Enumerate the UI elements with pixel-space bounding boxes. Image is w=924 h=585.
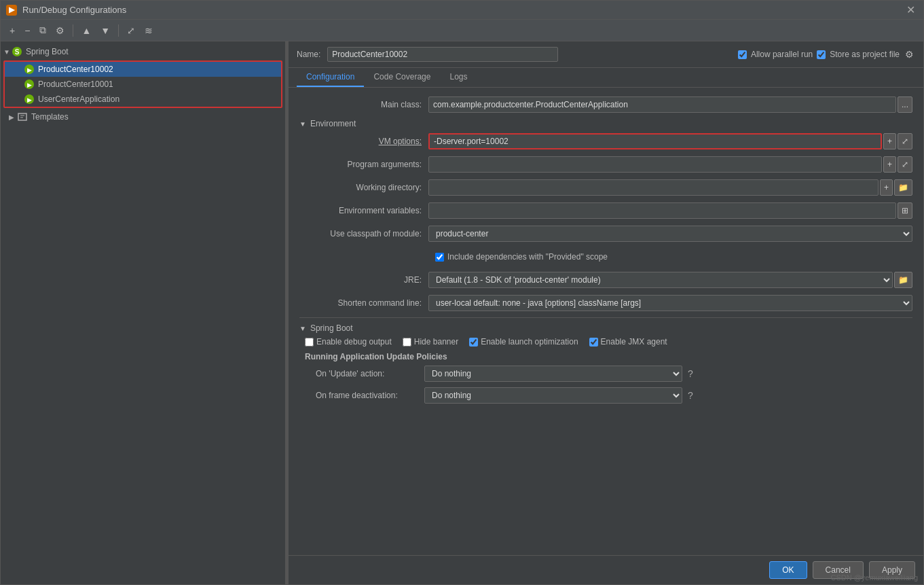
working-dir-label: Working directory: — [299, 183, 428, 192]
spring-boot-items-group: ▶ ProductCenter10002 ▶ ProductCenter1000… — [3, 60, 282, 108]
config-icon-0: ▶ — [24, 64, 35, 75]
settings-config-button[interactable]: ⚙ — [52, 24, 68, 37]
templates-label: Templates — [31, 112, 69, 122]
enable-launch-checkbox[interactable] — [469, 338, 478, 347]
toolbar-sep-2 — [118, 24, 119, 37]
remove-config-button[interactable]: − — [21, 24, 33, 37]
on-update-row: On 'Update' action: Do nothing ? — [299, 366, 912, 382]
environment-section-header[interactable]: ▼ Environment — [299, 119, 912, 128]
spring-boot-checkboxes: Enable debug output Hide banner Enable l… — [299, 337, 912, 347]
main-class-input[interactable] — [428, 96, 896, 113]
right-panel: Name: Allow parallel run Store as projec… — [289, 41, 923, 584]
config-label-2: UserCenterApplication — [38, 94, 119, 104]
env-vars-input[interactable] — [428, 202, 896, 219]
jre-browse-button[interactable]: 📁 — [894, 272, 912, 288]
on-frame-row: On frame deactivation: Do nothing ? — [299, 387, 912, 404]
classpath-row: Use classpath of module: product-center — [299, 225, 912, 243]
watermark: CSDN @yemuxiaweiliiang — [830, 573, 918, 582]
sort-button[interactable]: ≋ — [141, 24, 156, 37]
jre-select[interactable]: Default (1.8 - SDK of 'product-center' m… — [428, 272, 893, 288]
svg-text:▶: ▶ — [27, 67, 32, 73]
tab-logs[interactable]: Logs — [440, 68, 477, 87]
on-update-help-icon[interactable]: ? — [688, 368, 693, 379]
main-class-row: Main class: ... — [299, 96, 912, 113]
spring-boot-group[interactable]: ▼ S Spring Boot — [1, 44, 285, 59]
program-args-label: Program arguments: — [299, 160, 428, 169]
tab-configuration[interactable]: Configuration — [297, 68, 364, 87]
hide-banner-label: Hide banner — [414, 337, 458, 347]
running-policies-title: Running Application Update Policies — [305, 352, 912, 361]
program-args-input-group: + ⤢ — [428, 156, 912, 173]
classpath-input-group: product-center — [428, 226, 912, 242]
store-gear-button[interactable]: ⚙ — [904, 48, 915, 61]
vm-options-row: VM options: + ⤢ — [299, 132, 912, 150]
working-dir-browse-button[interactable]: 📁 — [894, 179, 912, 196]
templates-item[interactable]: ▶ Templates — [1, 109, 285, 124]
program-args-input[interactable] — [428, 156, 882, 173]
environment-section-label: Environment — [310, 119, 356, 128]
move-to-folder-button[interactable]: ⤢ — [124, 24, 138, 37]
shorten-cmd-label: Shorten command line: — [299, 298, 428, 308]
bottom-bar: OK Cancel Apply — [289, 555, 923, 584]
name-input[interactable] — [327, 47, 558, 62]
tab-bar: Configuration Code Coverage Logs — [289, 68, 923, 88]
move-down-button[interactable]: ▼ — [97, 24, 113, 37]
vm-options-expand-button[interactable]: ⤢ — [898, 133, 912, 149]
close-button[interactable]: ✕ — [904, 3, 918, 16]
on-frame-select[interactable]: Do nothing — [424, 387, 682, 404]
main-class-browse-button[interactable]: ... — [898, 96, 912, 113]
vm-options-input[interactable] — [428, 133, 882, 149]
jre-row: JRE: Default (1.8 - SDK of 'product-cent… — [299, 271, 912, 289]
enable-jmx-checkbox[interactable] — [589, 338, 598, 347]
move-up-button[interactable]: ▲ — [78, 24, 94, 37]
enable-launch-label: Enable launch optimization — [481, 337, 578, 347]
include-deps-checkbox[interactable] — [435, 253, 444, 262]
on-update-select[interactable]: Do nothing — [424, 366, 682, 382]
header-bar: Name: Allow parallel run Store as projec… — [289, 41, 923, 68]
config-label-1: ProductCenter10001 — [38, 79, 113, 89]
config-item-productcenter10001[interactable]: ▶ ProductCenter10001 — [5, 77, 281, 92]
form-area: Main class: ... ▼ Environment VM options… — [289, 88, 923, 555]
on-frame-help-icon[interactable]: ? — [688, 390, 693, 401]
program-args-add-button[interactable]: + — [883, 156, 896, 173]
run-debug-dialog: ▶ Run/Debug Configurations ✕ + − ⧉ ⚙ ▲ ▼… — [0, 0, 924, 585]
ok-button[interactable]: OK — [769, 561, 807, 579]
spring-boot-section-header[interactable]: ▼ Spring Boot — [299, 323, 912, 333]
classpath-select[interactable]: product-center — [428, 226, 912, 242]
vm-options-add-button[interactable]: + — [883, 133, 896, 149]
allow-parallel-checkbox[interactable] — [738, 50, 747, 59]
enable-debug-item: Enable debug output — [305, 337, 392, 347]
config-item-usercenter[interactable]: ▶ UserCenterApplication — [5, 92, 281, 107]
config-icon-2: ▶ — [24, 94, 35, 105]
working-dir-row: Working directory: + 📁 — [299, 179, 912, 196]
env-vars-browse-button[interactable]: ⊞ — [898, 202, 912, 219]
store-project-label: Store as project file — [830, 50, 900, 59]
jre-label: JRE: — [299, 275, 428, 285]
config-item-productcenter10002[interactable]: ▶ ProductCenter10002 — [5, 62, 281, 77]
working-dir-input[interactable] — [428, 179, 879, 196]
title-bar: ▶ Run/Debug Configurations ✕ — [1, 1, 923, 20]
on-frame-label: On frame deactivation: — [316, 391, 424, 400]
copy-config-button[interactable]: ⧉ — [36, 23, 50, 37]
hide-banner-checkbox[interactable] — [403, 338, 411, 347]
add-config-button[interactable]: + — [6, 24, 18, 37]
enable-jmx-item: Enable JMX agent — [589, 337, 667, 347]
shorten-cmd-select[interactable]: user-local default: none - java [options… — [428, 295, 912, 311]
working-dir-add-button[interactable]: + — [880, 179, 893, 196]
enable-debug-checkbox[interactable] — [305, 338, 314, 347]
main-class-input-group: ... — [428, 96, 912, 113]
working-dir-input-group: + 📁 — [428, 179, 912, 196]
header-options: Allow parallel run Store as project file… — [738, 48, 915, 61]
store-project-checkbox[interactable] — [817, 50, 826, 59]
enable-launch-item: Enable launch optimization — [469, 337, 578, 347]
enable-jmx-label: Enable JMX agent — [601, 337, 667, 347]
templates-arrow: ▶ — [9, 113, 17, 121]
tab-code-coverage[interactable]: Code Coverage — [364, 68, 440, 87]
templates-icon — [17, 111, 28, 122]
env-vars-label: Environment variables: — [299, 206, 428, 215]
toolbar: + − ⧉ ⚙ ▲ ▼ ⤢ ≋ — [1, 20, 923, 41]
on-update-label: On 'Update' action: — [316, 369, 424, 378]
program-args-expand-button[interactable]: ⤢ — [898, 156, 912, 173]
spring-boot-section-arrow: ▼ — [299, 325, 306, 332]
classpath-label: Use classpath of module: — [299, 229, 428, 238]
